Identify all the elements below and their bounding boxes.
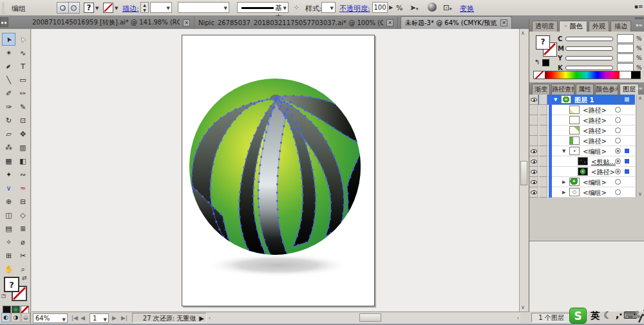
free-transform-tool[interactable]: ✥ (16, 127, 30, 140)
target-indicator[interactable] (615, 158, 621, 164)
lock-toggle[interactable] (539, 136, 547, 146)
paintbrush-tool[interactable]: ✐ (2, 87, 15, 100)
vertical-scroll-thumb[interactable] (520, 161, 527, 185)
stroke-weight-combo[interactable]: ▼ (150, 2, 172, 13)
edit-clip-button[interactable] (69, 2, 80, 14)
pencil-tool[interactable]: ✏ (16, 87, 30, 100)
live-paint-selection-tool[interactable]: ≈ (16, 181, 30, 194)
channel-value-input[interactable] (617, 44, 634, 53)
layer-name[interactable]: <路径> (591, 168, 615, 177)
visibility-toggle[interactable] (529, 187, 538, 198)
pen-tool[interactable]: ✒ (2, 60, 15, 73)
stroke-panel-link[interactable]: 描边: (122, 4, 139, 14)
layer-name[interactable]: <路径> (583, 106, 607, 115)
select-similar-icon[interactable]: ➤▾ (410, 3, 419, 12)
column-graph-tool[interactable]: ▤ (2, 222, 15, 235)
artboard-tool[interactable]: ≣ (16, 222, 30, 235)
fill-swatch[interactable]: ? (4, 277, 19, 292)
visibility-toggle[interactable] (529, 125, 538, 136)
layer-thumbnail[interactable] (569, 116, 580, 124)
panel-menu-icon[interactable]: ▾≡ (636, 86, 643, 91)
spectrum-white-swatch[interactable] (620, 71, 631, 79)
last-color-swatch[interactable] (542, 59, 549, 66)
measure-tool[interactable]: ✧ (2, 236, 15, 248)
prev-artboard-button[interactable]: ◀ (80, 315, 85, 321)
page-tool[interactable]: ⌀ (16, 236, 30, 248)
color-spectrum-bar[interactable] (533, 71, 641, 79)
lock-toggle[interactable] (539, 156, 547, 167)
symbol-sprayer-tool[interactable]: ⁂ (2, 141, 15, 154)
document-tab[interactable]: Nipic_26785037_20180321175057703037.ai* … (194, 16, 398, 29)
live-paint-bucket-tool[interactable]: ∨ (2, 181, 15, 194)
screen-mode-buttons[interactable]: ◐ ◑ ◒ (1, 313, 30, 322)
visibility-toggle[interactable] (529, 167, 538, 177)
target-indicator[interactable] (615, 148, 621, 154)
align-icon[interactable]: ⊡▾ (443, 3, 452, 12)
moon-icon[interactable]: ☾ (603, 310, 612, 321)
lock-toggle[interactable] (539, 105, 547, 115)
wrench-icon[interactable] (637, 308, 644, 324)
layer-row[interactable]: <剪贴... (529, 156, 635, 167)
layer-row[interactable]: ▶<编组> (529, 177, 635, 187)
layer-thumbnail[interactable] (569, 136, 580, 145)
document-tab[interactable]: 未标题-3* @ 64% (CMYK/预览)✕ (401, 16, 512, 29)
target-indicator[interactable] (615, 127, 621, 133)
document-tab[interactable]: 2008710145016959 [转换].ai* @ 141.98% (RGB… (28, 16, 194, 29)
target-indicator[interactable] (615, 97, 621, 102)
brush-combo[interactable]: 基本 ▼ (237, 2, 289, 13)
line-segment-tool[interactable]: ╲ (2, 73, 15, 86)
type-tool[interactable]: T (16, 60, 30, 73)
visibility-toggle[interactable] (529, 177, 538, 187)
artboard-nav-combo[interactable]: 1▼ (90, 313, 109, 323)
recolor-artwork-icon[interactable]: ⁘ (294, 4, 299, 11)
transform-link[interactable]: 变换 (460, 4, 474, 14)
layers-scroll-down[interactable]: ∨ (638, 191, 642, 197)
layer-thumbnail[interactable] (569, 188, 580, 196)
fill-color-swatch[interactable]: ? (84, 3, 94, 13)
slice-select-tool[interactable]: ⊞ (2, 249, 15, 262)
sogou-ime-icon[interactable]: S (569, 308, 587, 324)
layer-row[interactable]: <路径> (529, 167, 635, 177)
eraser-tool[interactable]: ✎ (16, 100, 30, 113)
layer-row[interactable]: <路径> (529, 125, 635, 136)
screen-mode-full-menu[interactable]: ◑ (11, 313, 20, 322)
layer-name[interactable]: <编组> (583, 178, 607, 187)
layer-name[interactable]: <剪贴... (591, 158, 616, 167)
lock-toggle[interactable] (539, 115, 547, 125)
tab-close-icon[interactable]: ✕ (500, 19, 507, 26)
shear-tool[interactable]: ▱ (2, 127, 15, 140)
panel-tab-渐变[interactable]: 渐变 (532, 84, 550, 95)
panel-tab-透明度[interactable]: 透明度 (532, 21, 558, 32)
layer-row[interactable]: <路径> (529, 115, 635, 125)
swap-fill-stroke-icon[interactable]: ⇄ (22, 275, 27, 281)
target-indicator[interactable] (615, 107, 621, 113)
layer-thumbnail[interactable] (578, 157, 588, 165)
target-indicator[interactable] (615, 117, 621, 123)
layer-name[interactable]: <路径> (583, 116, 607, 125)
opacity-input[interactable]: 100 (372, 2, 388, 13)
lock-toggle[interactable] (539, 146, 547, 156)
graph-tool[interactable]: ▥ (16, 141, 30, 154)
visibility-toggle[interactable] (529, 156, 538, 167)
toolbox-collapse-button[interactable]: ▪▪ (0, 17, 8, 27)
visibility-toggle[interactable] (529, 136, 538, 146)
eyedropper-tool[interactable]: ✦ (2, 168, 15, 181)
layer-row[interactable]: <路径> (529, 105, 635, 115)
horizontal-scrollbar[interactable]: ‹ › (207, 313, 520, 323)
layer-name[interactable]: 图层 1 (574, 96, 594, 105)
target-indicator[interactable] (615, 179, 621, 185)
slice-tool[interactable]: ⊟ (16, 195, 30, 208)
tab-close-icon[interactable]: ✕ (386, 19, 393, 26)
lock-toggle[interactable] (539, 177, 547, 187)
first-artboard-button[interactable]: |◀ (71, 315, 78, 321)
stroke-dropdown-arrow[interactable]: ▼ (115, 6, 118, 11)
panel-tab-颜色参考[interactable]: 颜色参考 (595, 84, 618, 95)
panel-tab-描边[interactable]: 描边 (611, 21, 631, 32)
direct-selection-tool[interactable]: ➤ (16, 33, 30, 46)
visibility-toggle[interactable] (529, 95, 538, 105)
layer-row[interactable]: ▼图层 1 (529, 95, 635, 105)
expand-triangle[interactable]: ▼ (562, 149, 565, 154)
zoom-tool[interactable]: ⌕ (16, 263, 30, 275)
tab-close-icon[interactable]: ✕ (183, 19, 190, 26)
last-artboard-button[interactable]: ▶| (121, 315, 128, 321)
